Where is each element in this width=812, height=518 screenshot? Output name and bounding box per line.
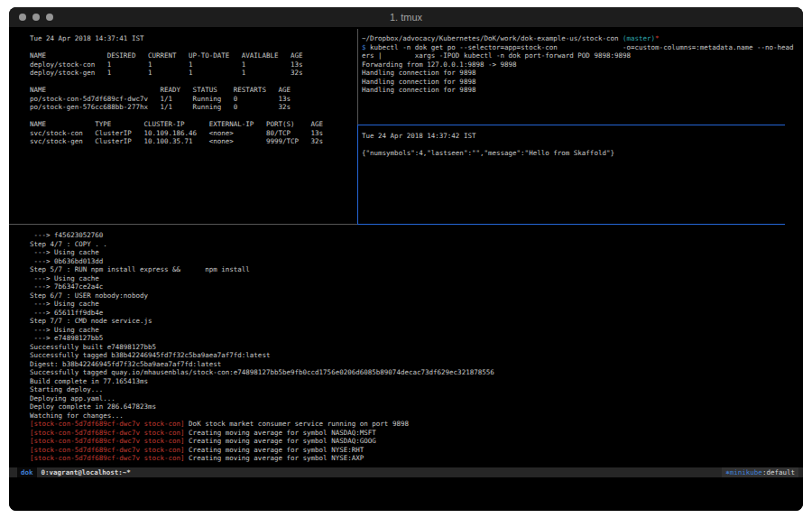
pane-skaffold-build-output: ---> f45623052760 Step 4/7 : COPY . . --… [30, 231, 494, 463]
pane-port-forward-output: ~/Dropbox/advocacy/Kubernetes/DoK/work/d… [362, 34, 794, 95]
tmux-window-tab[interactable]: 0:vagrant@localhost:~* [37, 467, 131, 477]
terminal-window: 1. tmux Tue 24 Apr 2018 14:37:41 IST NAM… [9, 7, 803, 511]
active-pane-border-bottom[interactable] [357, 224, 785, 225]
active-pane-border-top[interactable] [357, 125, 785, 125]
kube-namespace: :default [762, 468, 795, 476]
pane-curl-json: {"numsymbols":4,"lastseen":"","message":… [362, 149, 614, 158]
pane-border-vertical-gray[interactable] [357, 29, 358, 125]
tmux-status-bar: dok 0:vagrant@localhost:~* ⎈minikube:def… [9, 467, 803, 477]
pane-kubectl-watch-output: Tue 24 Apr 2018 14:37:41 IST NAME DESIRE… [30, 34, 323, 146]
active-pane-border-left[interactable] [357, 125, 358, 225]
window-title: 1. tmux [9, 12, 803, 23]
kube-context-status: ⎈minikube:default [722, 467, 798, 477]
pane-kubectl-watch[interactable]: Tue 24 Apr 2018 14:37:41 IST NAME DESIRE… [30, 34, 323, 146]
pane-curl-output[interactable]: Tue 24 Apr 2018 14:37:42 IST {"numsymbol… [362, 132, 614, 158]
pane-skaffold-build[interactable]: ---> f45623052760 Step 4/7 : COPY . . --… [30, 231, 494, 463]
pane-curl-timestamp: Tue 24 Apr 2018 14:37:42 IST [362, 132, 614, 141]
tmux-session-name[interactable]: dok [17, 467, 37, 477]
tmux-terminal: Tue 24 Apr 2018 14:37:41 IST NAME DESIRE… [9, 27, 803, 511]
window-titlebar[interactable]: 1. tmux [9, 7, 803, 28]
blank-line [362, 141, 614, 150]
pane-port-forward[interactable]: ~/Dropbox/advocacy/Kubernetes/DoK/work/d… [362, 34, 794, 95]
pane-border-horizontal-gray[interactable] [9, 224, 357, 225]
kube-context-name: minikube [730, 468, 762, 476]
